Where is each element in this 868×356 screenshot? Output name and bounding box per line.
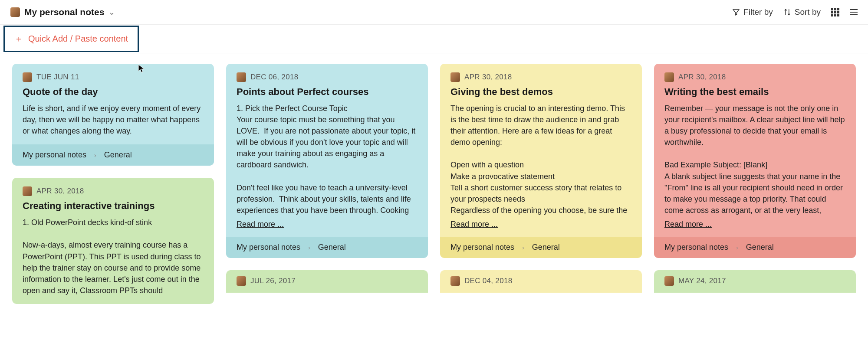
filter-button[interactable]: Filter by <box>732 7 773 17</box>
breadcrumb-notebook: My personal notes <box>664 243 728 252</box>
avatar <box>23 72 32 82</box>
note-card[interactable]: TUE JUN 11Quote of the dayLife is short,… <box>12 64 214 166</box>
grid-icon <box>831 8 839 16</box>
breadcrumb-section: General <box>746 243 774 252</box>
card-title: Giving the best demos <box>450 86 631 98</box>
breadcrumb-section: General <box>318 243 346 252</box>
plus-icon: ＋ <box>14 33 23 45</box>
breadcrumb-section: General <box>104 150 132 160</box>
card-title: Quote of the day <box>23 86 204 98</box>
card-breadcrumb[interactable]: My personal notes›General <box>654 237 856 258</box>
chevron-down-icon[interactable]: ⌄ <box>108 7 115 17</box>
chevron-right-icon: › <box>94 152 96 159</box>
hamburger-icon <box>850 9 858 15</box>
card-breadcrumb[interactable]: My personal notes›General <box>12 144 214 166</box>
chevron-right-icon: › <box>736 244 738 251</box>
card-body: 1. Pick the Perfect Course Topic Your co… <box>237 103 418 216</box>
card-date: DEC 06, 2018 <box>250 73 298 82</box>
note-card[interactable]: APR 30, 2018Giving the best demosThe ope… <box>440 64 642 258</box>
card-date: DEC 04, 2018 <box>464 277 512 285</box>
quick-add-label: Quick Add / Paste content <box>28 34 128 44</box>
card-body: The opening is crucial to an interesting… <box>450 103 631 216</box>
card-body: 1. Old PowerPoint decks kind-of stink No… <box>23 217 204 296</box>
note-card[interactable]: APR 30, 2018Writing the best emailsRemem… <box>654 64 856 258</box>
funnel-icon <box>732 8 740 16</box>
breadcrumb[interactable]: My personal notes ⌄ <box>10 7 115 17</box>
chevron-right-icon: › <box>522 244 524 251</box>
card-body: Life is short, and if we enjoy every mom… <box>23 103 204 137</box>
chevron-right-icon: › <box>308 244 310 251</box>
read-more-link[interactable]: Read more ... <box>664 220 845 229</box>
card-date: APR 30, 2018 <box>678 73 726 82</box>
grid-view-button[interactable] <box>831 8 839 16</box>
quick-add-button[interactable]: ＋ Quick Add / Paste content <box>3 26 139 52</box>
card-date: APR 30, 2018 <box>36 187 84 196</box>
card-title: Points about Perfect courses <box>237 86 418 98</box>
card-date: MAY 24, 2017 <box>678 277 726 285</box>
card-body: Remember — your message is not the only … <box>664 103 845 216</box>
card-breadcrumb[interactable]: My personal notes›General <box>440 237 642 258</box>
avatar <box>23 186 32 196</box>
avatar <box>450 72 460 82</box>
breadcrumb-section: General <box>532 243 560 252</box>
read-more-link[interactable]: Read more ... <box>237 220 418 229</box>
note-card[interactable]: JUL 26, 2017 <box>226 270 428 293</box>
note-card[interactable]: MAY 24, 2017 <box>654 270 856 293</box>
breadcrumb-notebook: My personal notes <box>23 150 86 160</box>
card-date: JUL 26, 2017 <box>250 277 296 285</box>
avatar <box>237 72 246 82</box>
avatar <box>237 276 246 286</box>
note-card[interactable]: DEC 04, 2018 <box>440 270 642 293</box>
card-title: Writing the best emails <box>664 86 845 98</box>
card-breadcrumb[interactable]: My personal notes›General <box>226 237 428 258</box>
avatar <box>664 72 674 82</box>
breadcrumb-notebook: My personal notes <box>237 243 300 252</box>
avatar <box>10 7 20 17</box>
card-date: TUE JUN 11 <box>36 73 79 82</box>
breadcrumb-notebook: My personal notes <box>450 243 514 252</box>
read-more-link[interactable]: Read more ... <box>450 220 631 229</box>
avatar <box>450 276 460 286</box>
sort-icon <box>783 8 791 16</box>
sort-label: Sort by <box>795 7 821 17</box>
card-title: Creating interactive trainings <box>23 200 204 212</box>
filter-label: Filter by <box>743 7 773 17</box>
menu-button[interactable] <box>850 9 858 15</box>
note-card[interactable]: DEC 06, 2018Points about Perfect courses… <box>226 64 428 258</box>
note-card[interactable]: APR 30, 2018Creating interactive trainin… <box>12 178 214 304</box>
avatar <box>664 276 674 286</box>
sort-button[interactable]: Sort by <box>783 7 821 17</box>
page-title: My personal notes <box>24 7 104 17</box>
card-date: APR 30, 2018 <box>464 73 512 82</box>
